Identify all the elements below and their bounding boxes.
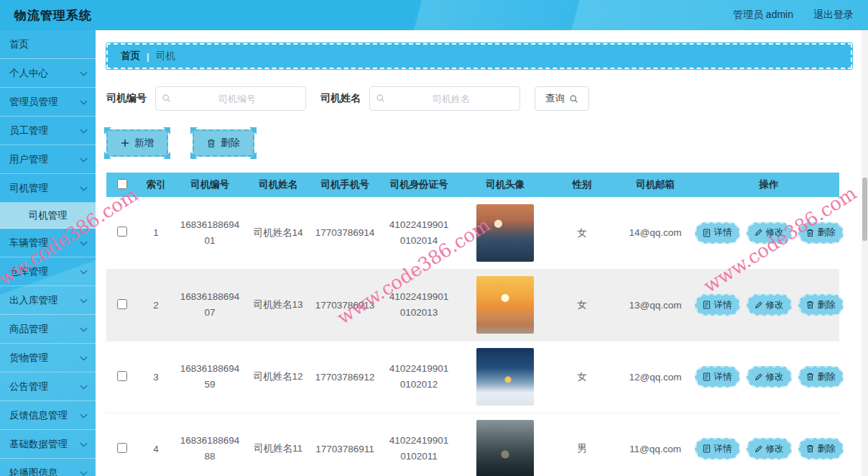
chevron-down-icon xyxy=(80,155,88,162)
sidebar-item-home[interactable]: 首页 xyxy=(0,30,96,59)
cell-driver-name: 司机姓名13 xyxy=(246,269,310,341)
col-gender: 性别 xyxy=(552,173,612,197)
corner-decoration xyxy=(97,120,111,134)
breadcrumb-separator: | xyxy=(147,51,149,62)
row-checkbox[interactable] xyxy=(117,443,127,453)
row-checkbox[interactable] xyxy=(117,299,127,309)
chevron-down-icon xyxy=(80,183,88,191)
chevron-down-icon xyxy=(80,296,88,303)
detail-button[interactable]: 详情 xyxy=(695,294,740,316)
edit-button[interactable]: 修改 xyxy=(747,438,792,459)
col-driver-name: 司机姓名 xyxy=(246,173,310,197)
col-actions: 操作 xyxy=(698,173,839,197)
search-bar: 司机编号 司机姓名 查询 xyxy=(106,86,852,111)
header-right: 管理员 admin 退出登录 xyxy=(733,9,854,22)
trash-icon xyxy=(806,301,814,309)
table-row: 4 1683618869488 司机姓名11 17703786911 41022… xyxy=(106,413,839,476)
search-icon xyxy=(569,94,578,104)
logout-link[interactable]: 退出登录 xyxy=(813,9,854,22)
table-row: 1 1683618869401 司机姓名14 17703786914 41022… xyxy=(106,197,839,269)
driver-name-input[interactable] xyxy=(369,86,520,111)
toolbar: 新增 删除 xyxy=(106,129,852,157)
row-checkbox[interactable] xyxy=(117,371,127,381)
cell-driver-email: 12@qq.com xyxy=(612,341,698,413)
delete-row-button[interactable]: 删除 xyxy=(798,438,844,459)
scrollbar-track[interactable] xyxy=(862,30,868,476)
delete-row-button[interactable]: 删除 xyxy=(798,222,844,244)
select-all-checkbox[interactable] xyxy=(117,179,127,189)
sidebar-item-personal-center[interactable]: 个人中心 xyxy=(0,59,96,88)
sidebar-item-warehouse-mgmt[interactable]: 仓库管理 xyxy=(0,257,96,286)
sidebar-item-basedata-mgmt[interactable]: 基础数据管理 xyxy=(0,430,96,459)
sidebar-item-driver-mgmt[interactable]: 司机管理 xyxy=(0,174,96,203)
document-icon xyxy=(703,444,711,453)
sidebar-item-goods-mgmt[interactable]: 商品管理 xyxy=(0,315,96,344)
edit-icon xyxy=(754,229,762,237)
cell-driver-idcard: 410224199010102014 xyxy=(387,217,451,248)
chevron-down-icon xyxy=(80,267,88,274)
current-user[interactable]: 管理员 admin xyxy=(733,9,793,22)
cell-driver-no: 1683618869488 xyxy=(177,433,242,464)
row-checkbox[interactable] xyxy=(117,226,127,237)
breadcrumb-current: 司机 xyxy=(156,50,175,63)
col-driver-no: 司机编号 xyxy=(174,173,246,197)
chevron-down-icon xyxy=(80,126,88,133)
driver-avatar xyxy=(476,276,534,334)
detail-button[interactable]: 详情 xyxy=(695,222,740,244)
add-button[interactable]: 新增 xyxy=(106,129,168,157)
sidebar-item-notice-mgmt[interactable]: 公告管理 xyxy=(0,372,96,401)
corner-decoration xyxy=(183,120,198,134)
top-header: 物流管理系统 管理员 admin 退出登录 xyxy=(0,0,868,30)
detail-button[interactable]: 详情 xyxy=(695,438,740,459)
sidebar-item-staff-mgmt[interactable]: 员工管理 xyxy=(0,116,96,145)
scrollbar-thumb[interactable] xyxy=(862,178,867,241)
sidebar-item-user-mgmt[interactable]: 用户管理 xyxy=(0,145,96,174)
corner-decoration xyxy=(163,120,177,134)
sidebar-item-cargo-mgmt[interactable]: 货物管理 xyxy=(0,344,96,372)
edit-button[interactable]: 修改 xyxy=(747,366,792,388)
chevron-down-icon xyxy=(80,353,88,360)
sidebar-item-carousel-info[interactable]: 轮播图信息 xyxy=(0,459,96,476)
cell-driver-email: 14@qq.com xyxy=(612,197,698,269)
cell-driver-phone: 17703786914 xyxy=(310,197,379,269)
trash-icon xyxy=(207,139,216,148)
edit-icon xyxy=(754,445,762,453)
table-row: 2 1683618869407 司机姓名13 17703786913 41022… xyxy=(106,269,839,341)
edit-button[interactable]: 修改 xyxy=(747,222,792,244)
query-button[interactable]: 查询 xyxy=(535,86,589,111)
cell-driver-name: 司机姓名11 xyxy=(246,413,310,476)
delete-row-button[interactable]: 删除 xyxy=(798,294,844,316)
edit-button[interactable]: 修改 xyxy=(747,294,792,316)
delete-row-button[interactable]: 删除 xyxy=(798,366,844,388)
cell-gender: 女 xyxy=(552,269,612,341)
corner-decoration xyxy=(249,120,264,134)
sidebar-item-inout-warehouse-mgmt[interactable]: 出入库管理 xyxy=(0,286,96,315)
cell-driver-phone: 17703786911 xyxy=(310,413,379,476)
trash-icon xyxy=(806,229,814,237)
sidebar-submenu-driver-mgmt-active[interactable]: 司机管理 xyxy=(0,203,96,229)
cell-driver-idcard: 410224199010102011 xyxy=(387,433,451,464)
cell-driver-no: 1683618869459 xyxy=(177,361,242,392)
chevron-down-icon xyxy=(80,68,88,75)
document-icon xyxy=(703,372,711,381)
cell-driver-email: 13@qq.com xyxy=(612,269,698,341)
sidebar-item-admin-mgmt[interactable]: 管理员管理 xyxy=(0,88,96,116)
driver-no-input[interactable] xyxy=(155,86,306,111)
sidebar-item-feedback-mgmt[interactable]: 反馈信息管理 xyxy=(0,401,96,430)
cell-index: 2 xyxy=(138,269,174,341)
chevron-down-icon xyxy=(80,97,88,104)
col-driver-idcard: 司机身份证号 xyxy=(379,173,458,197)
delete-button[interactable]: 删除 xyxy=(193,129,254,157)
cell-driver-no: 1683618869407 xyxy=(177,289,242,320)
sidebar-item-vehicle-mgmt[interactable]: 车辆管理 xyxy=(0,229,96,257)
cell-driver-phone: 17703786912 xyxy=(310,341,379,413)
driver-name-field-wrap xyxy=(369,86,520,111)
cell-index: 1 xyxy=(138,197,174,269)
document-icon xyxy=(703,301,711,309)
plus-icon xyxy=(121,139,129,147)
col-driver-email: 司机邮箱 xyxy=(612,173,698,197)
detail-button[interactable]: 详情 xyxy=(695,366,740,388)
breadcrumb-home[interactable]: 首页 xyxy=(121,50,140,63)
cell-driver-no: 1683618869401 xyxy=(177,217,242,248)
cell-gender: 女 xyxy=(552,197,612,269)
